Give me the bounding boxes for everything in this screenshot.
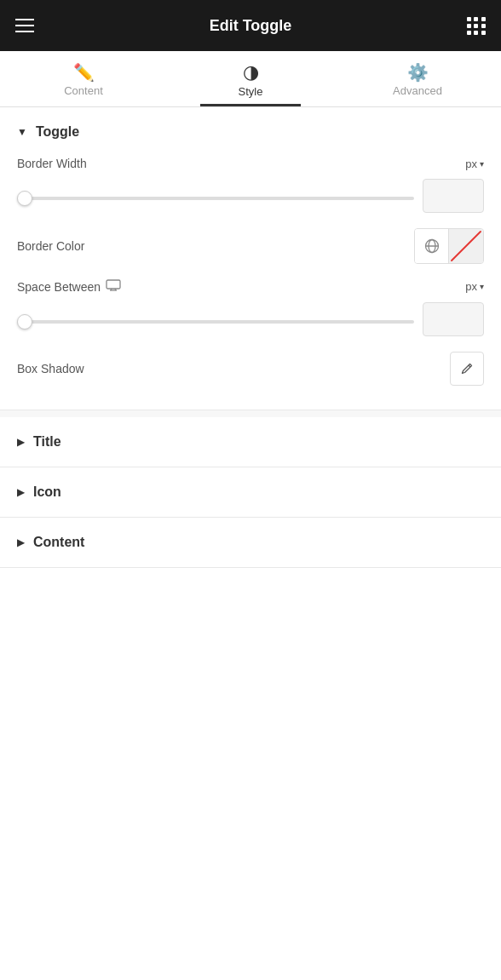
toggle-section-title: Toggle — [36, 124, 79, 140]
svg-line-7 — [469, 365, 470, 367]
border-color-controls — [414, 228, 484, 264]
toggle-section-header[interactable]: ▼ Toggle — [17, 124, 484, 140]
monitor-icon — [106, 279, 121, 294]
space-between-unit-chevron: ▾ — [480, 282, 484, 291]
tab-content-label: Content — [64, 84, 103, 97]
toggle-section-arrow: ▼ — [17, 126, 27, 138]
space-between-label: Space Between — [17, 279, 121, 294]
title-section-title: Title — [33, 434, 61, 450]
border-width-label: Border Width — [17, 157, 87, 170]
border-color-row: Border Color — [17, 228, 484, 264]
tab-content[interactable]: ✏️ Content — [0, 51, 167, 106]
space-between-unit-select[interactable]: px ▾ — [465, 280, 484, 293]
icon-section-arrow: ▶ — [17, 486, 25, 498]
tab-style[interactable]: ◑ Style — [167, 51, 334, 106]
border-width-row: Border Width px ▾ — [17, 157, 484, 213]
tab-advanced[interactable]: ⚙️ Advanced — [334, 51, 501, 106]
border-width-slider-row — [17, 179, 484, 213]
border-width-unit-chevron: ▾ — [480, 159, 484, 169]
space-between-slider-wrapper — [17, 312, 414, 327]
tab-bar: ✏️ Content ◑ Style ⚙️ Advanced — [0, 51, 501, 107]
pencil-icon: ✏️ — [73, 64, 95, 81]
box-shadow-label: Box Shadow — [17, 362, 84, 375]
tab-advanced-label: Advanced — [393, 84, 442, 97]
border-width-slider[interactable] — [17, 197, 414, 200]
title-section-header[interactable]: ▶ Title — [17, 434, 484, 450]
space-between-label-row: Space Between px ▾ — [17, 279, 484, 294]
no-color-slash — [451, 231, 482, 262]
tab-style-label: Style — [239, 85, 263, 98]
icon-section: ▶ Icon — [0, 467, 501, 518]
content-section-arrow: ▶ — [17, 536, 25, 548]
border-width-unit-value: px — [465, 158, 477, 170]
box-shadow-edit-btn[interactable] — [450, 352, 484, 386]
border-color-label: Border Color — [17, 239, 84, 253]
content-section-header[interactable]: ▶ Content — [17, 535, 484, 550]
space-between-input[interactable] — [423, 302, 484, 336]
style-icon: ◑ — [243, 63, 259, 82]
border-width-unit-select[interactable]: px ▾ — [465, 158, 484, 170]
icon-section-header[interactable]: ▶ Icon — [17, 484, 484, 500]
border-width-slider-wrapper — [17, 188, 414, 203]
box-shadow-row: Box Shadow — [17, 352, 484, 386]
grid-menu-icon[interactable] — [467, 17, 486, 35]
space-between-unit-value: px — [465, 280, 477, 293]
hamburger-menu-icon[interactable] — [15, 19, 34, 32]
gear-icon: ⚙️ — [407, 64, 429, 81]
icon-section-title: Icon — [33, 484, 61, 500]
border-color-swatch[interactable] — [449, 229, 483, 263]
header: Edit Toggle — [0, 0, 501, 51]
space-between-slider-row — [17, 302, 484, 336]
space-between-row: Space Between px ▾ — [17, 279, 484, 336]
content-section: ▶ Content — [0, 518, 501, 568]
page-title: Edit Toggle — [210, 17, 292, 35]
main-content: ▼ Toggle Border Width px ▾ Border Color — [0, 107, 501, 568]
border-color-global-btn[interactable] — [415, 229, 449, 263]
toggle-section: ▼ Toggle Border Width px ▾ Border Color — [0, 107, 501, 410]
space-between-slider[interactable] — [17, 320, 414, 324]
content-section-title: Content — [33, 535, 84, 550]
title-section-arrow: ▶ — [17, 436, 25, 448]
border-width-input[interactable] — [423, 179, 484, 213]
title-section: ▶ Title — [0, 417, 501, 467]
border-width-label-row: Border Width px ▾ — [17, 157, 484, 170]
svg-rect-3 — [107, 280, 120, 289]
